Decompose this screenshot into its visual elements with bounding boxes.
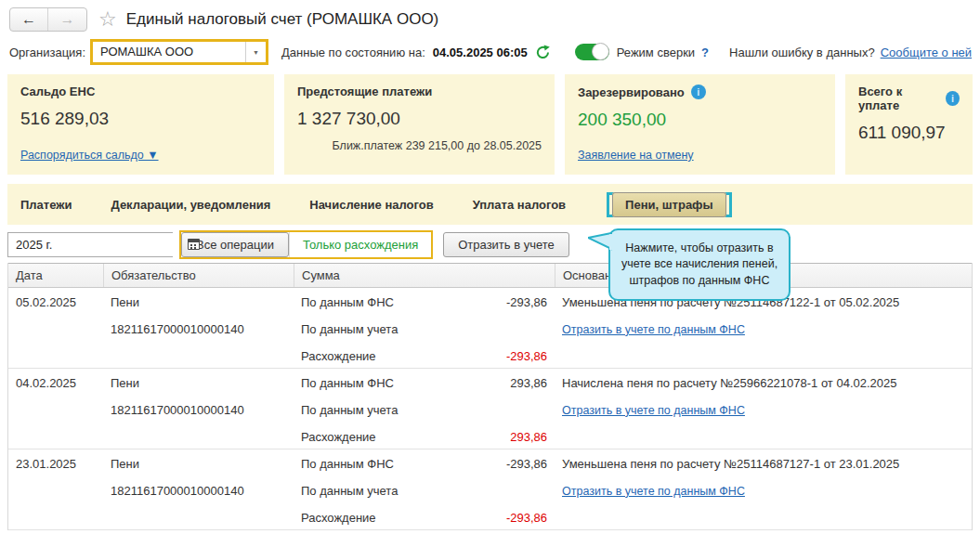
summary-cards: Сальдо ЕНС 516 289,03 Распорядиться саль…	[7, 74, 973, 175]
tab-declarations[interactable]: Декларации, уведомления	[111, 198, 270, 212]
as-of-label: Данные по состоянию на:	[281, 46, 425, 59]
refresh-icon[interactable]	[535, 45, 551, 60]
table-row[interactable]: 04.02.2025 Пени 18211617000010000140 По …	[8, 369, 972, 449]
fns-label: По данным ФНС	[301, 376, 394, 390]
row-obligation: Пени	[103, 450, 294, 477]
cancel-application-link[interactable]: Заявление на отмену	[578, 149, 694, 162]
diff-label: Расхождение	[301, 430, 376, 444]
row-obligation: Пени	[103, 370, 294, 397]
back-icon[interactable]: ←	[10, 8, 48, 31]
row-date: 04.02.2025	[8, 370, 103, 397]
uchet-label: По данным учета	[301, 322, 398, 336]
period-filter	[7, 232, 173, 257]
tab-tax-payment[interactable]: Уплата налогов	[473, 198, 566, 212]
fns-label: По данным ФНС	[301, 457, 394, 471]
reflect-in-accounting-button[interactable]: Отразить в учете	[443, 232, 569, 257]
fns-value: 293,86	[510, 376, 547, 390]
row-reason: Уменьшена пеня по расчету №25114687127-1…	[555, 450, 972, 477]
row-account: 18211617000010000140	[103, 397, 294, 423]
only-discrepancies-button[interactable]: Только расхождения	[289, 232, 431, 257]
uchet-label: По данным учета	[301, 403, 398, 417]
calendar-icon	[188, 239, 200, 250]
nav-buttons: ← →	[9, 7, 87, 32]
card-saldo: Сальдо ЕНС 516 289,03 Распорядиться саль…	[7, 74, 274, 175]
card-amount: 611 090,97	[858, 123, 960, 143]
error-prompt: Нашли ошибку в данных?	[729, 46, 875, 59]
hint-tooltip: Нажмите, чтобы отразить в учете все начи…	[608, 228, 791, 301]
toggle-knob	[592, 43, 609, 60]
mode-toggle-label: Режим сверки	[617, 46, 695, 59]
window-header: ← → ☆ Единый налоговый счет (РОМАШКА ООО…	[9, 7, 973, 33]
organization-select[interactable]: РОМАШКА ООО ▼	[90, 39, 268, 65]
col-sum[interactable]: Сумма	[294, 264, 555, 287]
diff-value: 293,86	[510, 430, 547, 444]
row-account: 18211617000010000140	[103, 477, 294, 504]
organization-label: Организация:	[9, 46, 85, 59]
tabs-bar: Платежи Декларации, уведомления Начислен…	[7, 184, 973, 225]
operations-segment-highlight: Все операции Только расхождения	[179, 230, 433, 259]
reflect-row-link[interactable]: Отразить в учете по данным ФНС	[562, 323, 745, 336]
report-error-link[interactable]: Сообщите о ней	[881, 46, 972, 59]
card-title: Сальдо ЕНС	[20, 85, 261, 98]
penalties-table: Дата Обязательство Сумма Основание 05.02…	[7, 263, 973, 530]
filter-row: Все операции Только расхождения Отразить…	[7, 230, 973, 258]
fns-label: По данным ФНС	[301, 295, 394, 309]
mode-toggle[interactable]	[575, 44, 609, 60]
table-row[interactable]: 23.01.2025 Пени 18211617000010000140 По …	[8, 449, 972, 530]
organization-value: РОМАШКА ООО	[93, 42, 245, 62]
toolbar: Организация: РОМАШКА ООО ▼ Данные по сос…	[9, 39, 973, 65]
page-title: Единый налоговый счет (РОМАШКА ООО)	[126, 10, 439, 29]
col-obligation[interactable]: Обязательство	[103, 264, 294, 287]
as-of-value: 04.05.2025 06:05	[433, 46, 528, 59]
diff-value: -293,86	[506, 349, 547, 363]
forward-icon[interactable]: →	[48, 8, 86, 31]
reflect-row-link[interactable]: Отразить в учете по данным ФНС	[562, 404, 745, 417]
table-header: Дата Обязательство Сумма Основание	[8, 263, 972, 288]
card-title: Предстоящие платежи	[297, 85, 542, 98]
info-icon[interactable]: i	[946, 91, 960, 106]
next-payment-note: Ближ.платеж 239 215,00 до 28.05.2025	[333, 139, 542, 152]
card-reserved: Зарезервировано i 200 350,00 Заявление н…	[565, 74, 835, 175]
tab-penalties-active[interactable]: Пени, штрафы	[612, 192, 726, 217]
card-amount: 200 350,00	[578, 110, 822, 130]
fns-value: -293,86	[506, 457, 547, 471]
row-date: 23.01.2025	[8, 450, 103, 477]
card-amount: 516 289,03	[20, 109, 261, 129]
period-input[interactable]	[8, 233, 187, 256]
row-account: 18211617000010000140	[103, 316, 294, 343]
row-obligation: Пени	[103, 289, 294, 316]
favorite-star-icon[interactable]: ☆	[98, 9, 117, 30]
card-title: Зарезервировано	[578, 85, 685, 99]
diff-value: -293,86	[506, 511, 547, 525]
col-date[interactable]: Дата	[8, 264, 103, 287]
hint-tooltip-text: Нажмите, чтобы отразить в учете все начи…	[621, 241, 777, 287]
chevron-down-icon[interactable]: ▼	[245, 42, 266, 62]
card-upcoming-payments: Предстоящие платежи 1 327 730,00 Ближ.пл…	[284, 74, 555, 175]
row-reason: Начислена пеня по расчету №25966221078-1…	[555, 370, 972, 397]
uchet-label: По данным учета	[301, 484, 398, 498]
reflect-row-link[interactable]: Отразить в учете по данным ФНС	[562, 485, 745, 498]
fns-value: -293,86	[506, 295, 547, 309]
card-title: Всего к уплате	[858, 85, 939, 112]
row-date: 05.02.2025	[8, 289, 103, 316]
table-row[interactable]: 05.02.2025 Пени 18211617000010000140 По …	[8, 288, 972, 369]
active-tab-highlight: Пени, штрафы	[607, 192, 732, 217]
tab-payments[interactable]: Платежи	[20, 198, 72, 212]
info-icon[interactable]: i	[691, 85, 706, 99]
help-question-icon[interactable]: ?	[701, 46, 709, 59]
diff-label: Расхождение	[301, 349, 376, 363]
card-amount: 1 327 730,00	[297, 109, 542, 129]
tab-tax-accrual[interactable]: Начисление налогов	[309, 198, 433, 212]
dispose-saldo-link[interactable]: Распорядиться сальдо ▼	[20, 149, 159, 162]
card-total-due: Всего к уплате i 611 090,97	[845, 74, 973, 175]
diff-label: Расхождение	[301, 511, 376, 525]
